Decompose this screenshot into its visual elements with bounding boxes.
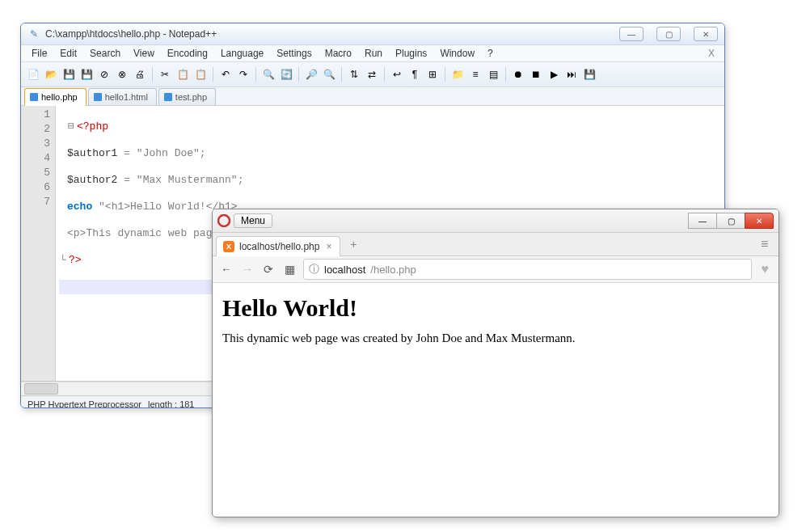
toolbar-separator: [445, 67, 445, 82]
print-icon[interactable]: 🖨: [133, 67, 147, 82]
scrollbar-thumb[interactable]: [24, 383, 58, 395]
back-button[interactable]: ←: [219, 262, 234, 277]
save-icon[interactable]: 💾: [61, 67, 76, 82]
xampp-favicon-icon: X: [223, 241, 234, 252]
fold-icon[interactable]: ⊟: [67, 120, 75, 134]
reload-button[interactable]: ⟳: [261, 262, 276, 277]
code-end: ;: [200, 147, 206, 159]
browser-titlebar[interactable]: Menu — ▢ ✕: [213, 209, 779, 233]
find-icon[interactable]: 🔍: [261, 67, 276, 82]
paste-icon[interactable]: 📋: [193, 67, 208, 82]
copy-icon[interactable]: 📋: [175, 67, 190, 82]
close-button[interactable]: ✕: [694, 27, 718, 41]
play-macro-icon[interactable]: ▶: [546, 67, 561, 82]
indent-guide-icon[interactable]: ⊞: [425, 67, 440, 82]
function-list-icon[interactable]: ≡: [468, 67, 483, 82]
url-path: /hello.php: [370, 264, 416, 276]
php-open-tag: <?php: [77, 120, 108, 133]
npp-app-icon: ✎: [27, 27, 40, 40]
window-controls: — ▢ ✕: [619, 27, 718, 41]
menu-language[interactable]: Language: [215, 46, 269, 61]
menu-close-x[interactable]: X: [703, 48, 719, 59]
tab-hello1-html[interactable]: hello1.html: [88, 88, 157, 105]
page-heading: Hello World!: [222, 294, 769, 322]
browser-window-controls: — ▢ ✕: [689, 213, 774, 229]
site-info-icon[interactable]: ⓘ: [309, 262, 319, 277]
zoom-out-icon[interactable]: 🔍: [322, 67, 336, 82]
url-host: localhost: [324, 264, 365, 276]
save-all-icon[interactable]: 💾: [79, 67, 94, 82]
redo-icon[interactable]: ↷: [236, 67, 251, 82]
menu-search[interactable]: Search: [84, 46, 126, 61]
browser-maximize-button[interactable]: ▢: [716, 213, 745, 229]
browser-close-button[interactable]: ✕: [745, 213, 774, 229]
forward-button[interactable]: →: [240, 262, 255, 277]
sync-v-icon[interactable]: ⇅: [347, 67, 361, 82]
npp-titlebar[interactable]: ✎ C:\xampp\htdocs\hello.php - Notepad++ …: [21, 23, 724, 45]
status-length-value: 181: [179, 399, 194, 408]
browser-tab-title: localhost/hello.php: [239, 241, 319, 252]
new-file-icon[interactable]: 📄: [26, 67, 40, 82]
record-macro-icon[interactable]: ⏺: [511, 67, 525, 82]
address-bar[interactable]: ⓘ localhost/hello.php: [303, 259, 752, 280]
tab-hello-php[interactable]: hello.php: [24, 88, 87, 106]
menu-edit[interactable]: Edit: [54, 46, 82, 61]
minimize-button[interactable]: —: [619, 27, 644, 41]
show-all-icon[interactable]: ¶: [407, 67, 422, 82]
line-number: 2: [21, 122, 50, 137]
menu-view[interactable]: View: [128, 46, 160, 61]
tab-label: hello.php: [41, 92, 78, 102]
doc-map-icon[interactable]: ▤: [486, 67, 500, 82]
tab-test-php[interactable]: test.php: [158, 88, 216, 105]
toolbar-separator: [298, 67, 299, 82]
page-paragraph: This dynamic web page was created by Joh…: [222, 331, 769, 345]
cut-icon[interactable]: ✂: [158, 67, 172, 82]
npp-window-title: C:\xampp\htdocs\hello.php - Notepad++: [45, 28, 619, 40]
browser-tab[interactable]: X localhost/hello.php ×: [216, 236, 340, 256]
line-number: 1: [21, 108, 50, 122]
fold-end-icon: └: [59, 253, 67, 268]
browser-tab-bar: X localhost/hello.php × + ≡: [213, 233, 779, 256]
file-saved-icon: [94, 93, 102, 101]
toolbar-separator: [255, 67, 256, 82]
menu-plugins[interactable]: Plugins: [390, 46, 433, 61]
close-all-icon[interactable]: ⊗: [115, 67, 129, 82]
save-macro-icon[interactable]: 💾: [582, 67, 597, 82]
wrap-icon[interactable]: ↩: [390, 67, 404, 82]
toolbar-separator: [152, 67, 153, 82]
file-saved-icon: [30, 93, 38, 101]
status-language: PHP Hypertext Preprocessor: [27, 399, 141, 408]
speed-dial-icon[interactable]: ▦: [282, 262, 297, 277]
browser-tab-close-icon[interactable]: ×: [324, 241, 333, 252]
folder-icon[interactable]: 📁: [450, 67, 465, 82]
tab-overflow-icon[interactable]: ≡: [761, 237, 775, 251]
bookmark-heart-icon[interactable]: ♥: [758, 262, 773, 277]
menu-macro[interactable]: Macro: [319, 46, 357, 61]
sync-h-icon[interactable]: ⇄: [365, 67, 379, 82]
code-sp: [92, 201, 99, 213]
menu-settings[interactable]: Settings: [271, 46, 317, 61]
close-file-icon[interactable]: ⊘: [97, 67, 112, 82]
menu-help[interactable]: ?: [482, 46, 499, 61]
open-file-icon[interactable]: 📂: [44, 67, 58, 82]
play-multi-icon[interactable]: ⏭: [564, 67, 579, 82]
stop-macro-icon[interactable]: ⏹: [529, 67, 543, 82]
undo-icon[interactable]: ↶: [218, 67, 233, 82]
svg-point-0: [218, 215, 230, 226]
browser-minimize-button[interactable]: —: [688, 213, 717, 229]
status-length-label: length :: [148, 399, 177, 408]
code-str: "Max Mustermann": [137, 174, 238, 186]
menu-window[interactable]: Window: [434, 46, 480, 61]
menu-encoding[interactable]: Encoding: [162, 46, 213, 61]
npp-toolbar: 📄 📂 💾 💾 ⊘ ⊗ 🖨 ✂ 📋 📋 ↶ ↷ 🔍 🔄 🔎 🔍 ⇅ ⇄ ↩ ¶ …: [21, 62, 724, 87]
code-str: "John Doe": [137, 147, 200, 159]
new-tab-button[interactable]: +: [345, 237, 361, 251]
menu-file[interactable]: File: [26, 46, 53, 61]
browser-menu-button[interactable]: Menu: [234, 213, 272, 228]
zoom-in-icon[interactable]: 🔎: [304, 67, 319, 82]
browser-window: Menu — ▢ ✕ X localhost/hello.php × + ≡ ←…: [212, 209, 779, 517]
replace-icon[interactable]: 🔄: [279, 67, 293, 82]
toolbar-separator: [341, 67, 342, 82]
menu-run[interactable]: Run: [359, 46, 388, 61]
maximize-button[interactable]: ▢: [656, 27, 681, 41]
